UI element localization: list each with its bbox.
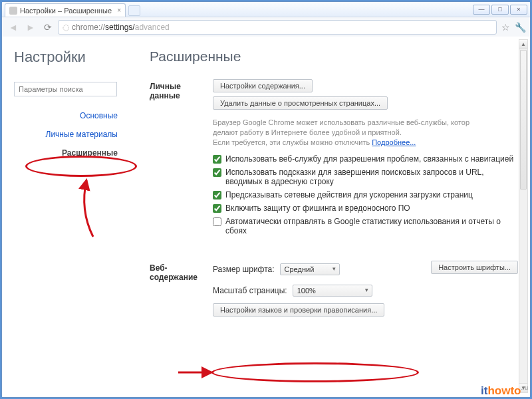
toolbar: ◄ ► ⟳ ◌ chrome://settings/advanced ☆ 🔧 (2, 17, 530, 37)
sidebar-title: Настройки (14, 49, 128, 66)
section-privacy-label: Личные данные (150, 79, 213, 239)
clear-browsing-data-button[interactable]: Удалить данные о просмотренных страницах… (213, 96, 388, 110)
tab-close-icon[interactable]: × (117, 7, 121, 14)
sidebar-item-personal[interactable]: Личные материалы (14, 127, 128, 142)
font-size-label: Размер шрифта: (213, 265, 275, 274)
section-webcontent-label: Веб-содержание (150, 261, 213, 321)
page-title: Расширенные (150, 49, 522, 65)
customize-fonts-button[interactable]: Настроить шрифты... (431, 261, 518, 274)
minimize-button[interactable]: — (473, 5, 490, 15)
scroll-down-button[interactable]: ▼ (519, 383, 527, 392)
settings-main: Расширенные Личные данные Настройки соде… (135, 37, 530, 397)
back-button[interactable]: ◄ (6, 20, 21, 35)
scrollbar-thumb[interactable] (520, 50, 527, 190)
section-privacy: Личные данные Настройки содержания... Уд… (150, 79, 522, 239)
address-bar[interactable]: ◌ chrome://settings/advanced (58, 20, 497, 35)
content-settings-button[interactable]: Настройки содержания... (213, 79, 313, 92)
vertical-scrollbar[interactable]: ▲ ▼ (519, 39, 528, 393)
sidebar-item-advanced[interactable]: Расширенные (14, 146, 128, 160)
settings-search-input[interactable] (14, 82, 117, 96)
check-stats[interactable]: Автоматически отправлять в Google статис… (213, 217, 522, 235)
globe-icon: ◌ (63, 23, 69, 32)
privacy-description: Браузер Google Chrome может использовать… (213, 118, 522, 148)
reload-button[interactable]: ⟳ (41, 20, 55, 35)
language-settings-button[interactable]: Настройки языков и проверки правописания… (213, 303, 384, 317)
forward-button[interactable]: ► (23, 20, 38, 35)
wrench-icon[interactable]: 🔧 (514, 21, 526, 33)
maximize-button[interactable]: □ (491, 5, 509, 15)
url-host: settings/ (105, 23, 135, 32)
settings-sidebar: Настройки Основные Личные материалы Расш… (2, 37, 135, 397)
check-predict[interactable]: Предсказывать сетевые действия для ускор… (213, 190, 522, 200)
learn-more-link[interactable]: Подробнее... (372, 138, 416, 146)
page-zoom-label: Масштаб страницы: (213, 286, 287, 295)
scroll-up-button[interactable]: ▲ (519, 40, 527, 49)
check-phishing[interactable]: Включить защиту от фишинга и вредоносног… (213, 203, 522, 213)
section-webcontent: Веб-содержание Размер шрифта: Средний На… (150, 261, 522, 321)
close-button[interactable]: × (510, 5, 527, 15)
page-zoom-select[interactable]: 100% (293, 285, 372, 297)
tab-title: Настройки – Расширенные (20, 7, 112, 15)
new-tab-button[interactable] (128, 5, 140, 16)
titlebar: Настройки – Расширенные × — □ × (2, 2, 530, 17)
url-path: advanced (135, 23, 170, 32)
sidebar-item-basic[interactable]: Основные (14, 108, 128, 123)
check-suggestions[interactable]: Использовать подсказки для завершения по… (213, 168, 522, 186)
url-protocol: chrome:// (72, 23, 105, 32)
check-nav-errors[interactable]: Использовать веб-службу для разрешения п… (213, 154, 522, 164)
tab-favicon (9, 7, 17, 15)
bookmark-icon[interactable]: ☆ (499, 21, 511, 33)
browser-tab[interactable]: Настройки – Расширенные × (5, 3, 126, 17)
font-size-select[interactable]: Средний (280, 263, 340, 275)
